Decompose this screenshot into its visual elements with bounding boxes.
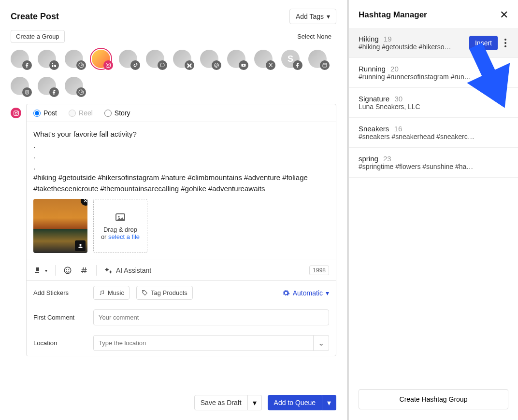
select-file-link[interactable]: select a file — [108, 233, 140, 240]
x-icon — [266, 60, 275, 70]
kebab-menu-icon[interactable] — [503, 37, 508, 49]
create-hashtag-group-button[interactable]: Create Hashtag Group — [359, 389, 508, 409]
threads-icon — [76, 87, 86, 97]
svg-point-8 — [15, 112, 17, 114]
create-group-button[interactable]: Create a Group — [11, 30, 65, 43]
account-mastodon[interactable] — [146, 50, 164, 68]
location-input[interactable] — [93, 335, 314, 351]
account-linkedin[interactable] — [38, 50, 56, 68]
linkedin-icon — [49, 60, 59, 70]
accounts-row: S — [0, 43, 347, 99]
tag-products-chip[interactable]: Tag Products — [136, 286, 193, 300]
svg-point-2 — [109, 64, 110, 64]
account-youtube[interactable] — [227, 50, 245, 68]
svg-point-15 — [68, 269, 69, 270]
first-comment-input[interactable] — [93, 309, 329, 325]
page-icon — [22, 87, 32, 97]
media-dropzone[interactable]: Drag & dropor select a file — [93, 199, 147, 253]
account-bluesky[interactable] — [173, 50, 191, 68]
svg-point-14 — [66, 269, 67, 270]
hashtag-group-sneakers[interactable]: Sneakers 16#sneakers #sneakerhead #sneak… — [349, 118, 518, 148]
hashtag-manager-title: Hashtag Manager — [359, 10, 427, 20]
remove-media-button[interactable]: ✕ — [81, 199, 87, 206]
account-gmb[interactable] — [308, 50, 327, 68]
location-label: Location — [33, 339, 86, 347]
pinterest-icon — [212, 60, 221, 70]
image-icon — [115, 211, 126, 223]
svg-point-16 — [100, 294, 101, 295]
char-count: 1998 — [309, 266, 329, 275]
add-to-queue-button[interactable]: Add to Queue — [268, 395, 322, 410]
gmb-icon — [320, 60, 330, 70]
post-type-post[interactable]: Post — [33, 109, 57, 117]
svg-point-9 — [17, 111, 17, 112]
svg-point-13 — [64, 267, 71, 274]
account-facebook[interactable] — [38, 77, 56, 95]
svg-rect-5 — [323, 64, 327, 67]
add-tags-button[interactable]: Add Tags ▾ — [289, 9, 336, 24]
chevron-down-icon: ▾ — [326, 289, 329, 297]
select-none-button[interactable]: Select None — [292, 30, 336, 42]
add-tags-label: Add Tags — [296, 13, 324, 20]
mastodon-icon — [158, 60, 167, 70]
account-x[interactable] — [254, 50, 273, 68]
instagram-indicator-icon — [11, 108, 21, 118]
compose-textarea[interactable]: What's your favorite fall activity? . . … — [27, 122, 336, 199]
hashtag-button[interactable] — [80, 266, 88, 275]
account-tiktok[interactable] — [119, 50, 137, 68]
tiktok-icon — [130, 60, 140, 70]
account-facebook[interactable] — [11, 50, 29, 68]
save-draft-button[interactable]: Save as Draft — [194, 395, 248, 410]
automatic-toggle[interactable]: Automatic ▾ — [282, 289, 329, 297]
music-chip[interactable]: Music — [93, 286, 130, 300]
bluesky-icon — [185, 60, 194, 70]
post-type-tabs: Post Reel Story — [27, 104, 336, 122]
page-title: Create Post — [11, 12, 59, 22]
hashtag-group-list: Hiking 19#hiking #getoutside #hikerso…In… — [349, 28, 518, 381]
account-pinterest[interactable] — [200, 50, 218, 68]
account-threads[interactable] — [65, 50, 83, 68]
svg-point-12 — [118, 216, 119, 217]
svg-point-17 — [102, 293, 103, 294]
hashtag-group-hiking[interactable]: Hiking 19#hiking #getoutside #hikerso…In… — [349, 28, 518, 58]
account-threads[interactable] — [65, 77, 83, 95]
close-button[interactable]: ✕ — [500, 9, 508, 21]
ai-assistant-button[interactable]: AI Assistant — [104, 266, 151, 275]
youtube-icon — [239, 60, 248, 70]
hashtag-group-signature[interactable]: Signature 30Luna Sneakers, LLC — [349, 88, 518, 118]
account-facebook[interactable]: S — [281, 50, 300, 68]
post-type-reel[interactable]: Reel — [69, 109, 93, 117]
insert-button[interactable]: Insert — [469, 36, 498, 50]
facebook-icon — [293, 60, 302, 70]
post-type-story[interactable]: Story — [104, 109, 130, 117]
emoji-button[interactable] — [63, 266, 72, 275]
first-comment-label: First Comment — [33, 314, 86, 321]
svg-point-3 — [215, 63, 219, 68]
account-page[interactable] — [11, 77, 29, 95]
svg-point-10 — [79, 244, 81, 246]
hashtag-group-spring[interactable]: spring 23#springtime #flowers #sunshine … — [349, 148, 518, 178]
stickers-label: Add Stickers — [33, 289, 86, 296]
location-dropdown-button[interactable]: ⌄ — [314, 335, 329, 351]
hashtag-group-running[interactable]: Running 20#running #runnersofinstagram #… — [349, 58, 518, 88]
media-thumbnail[interactable]: ✕ — [33, 199, 87, 253]
facebook-icon — [22, 60, 32, 70]
facebook-icon — [49, 87, 59, 97]
svg-point-1 — [107, 64, 109, 66]
media-picker-button[interactable]: ▾ — [33, 266, 47, 275]
tag-people-icon[interactable] — [75, 240, 86, 251]
svg-point-18 — [143, 292, 144, 293]
add-to-queue-caret[interactable]: ▾ — [322, 395, 336, 410]
instagram-icon — [103, 60, 113, 70]
threads-icon — [76, 60, 86, 70]
chevron-down-icon: ▾ — [327, 13, 330, 20]
save-draft-caret[interactable]: ▾ — [248, 395, 262, 410]
account-instagram[interactable] — [92, 50, 110, 68]
